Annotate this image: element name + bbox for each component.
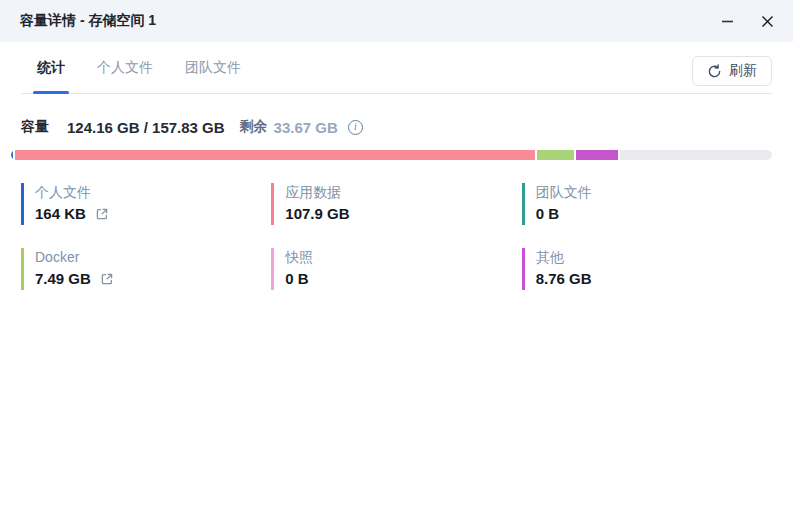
- statistics-panel: 容量 124.16 GB / 157.83 GB 剩余 33.67 GB i 个…: [0, 94, 793, 290]
- refresh-icon: [707, 64, 722, 79]
- stat-card-snapshot: 快照 0 B: [271, 248, 521, 290]
- close-icon: [761, 15, 774, 28]
- titlebar: 容量详情 - 存储空间 1: [0, 0, 793, 42]
- stat-label: 团队文件: [536, 183, 772, 201]
- stat-value: 8.76 GB: [536, 270, 592, 287]
- tab-bar: 统计 个人文件 团队文件 刷新: [0, 42, 793, 94]
- capacity-label: 容量: [21, 118, 49, 136]
- stats-grid: 个人文件 164 KB 应用数据 107.9 GB: [21, 183, 772, 290]
- remaining-label: 剩余: [240, 118, 268, 136]
- stat-label: Docker: [35, 248, 271, 266]
- remaining-value: 33.67 GB: [274, 119, 338, 136]
- tab-team-files[interactable]: 团队文件: [185, 42, 241, 94]
- capacity-usage-value: 124.16 GB / 157.83 GB: [67, 119, 225, 136]
- stat-value: 0 B: [285, 270, 308, 287]
- stat-card-team-files: 团队文件 0 B: [522, 183, 772, 225]
- usage-segment-app-data: [15, 150, 536, 160]
- close-button[interactable]: [747, 0, 787, 42]
- stat-card-docker: Docker 7.49 GB: [21, 248, 271, 290]
- tab-personal-files[interactable]: 个人文件: [97, 42, 153, 94]
- external-link-icon[interactable]: [95, 207, 109, 221]
- stat-value: 7.49 GB: [35, 270, 91, 287]
- stat-label: 其他: [536, 248, 772, 266]
- usage-segment-personal-files: [11, 150, 13, 160]
- window-title: 容量详情 - 存储空间 1: [20, 12, 156, 30]
- stat-label: 应用数据: [285, 183, 521, 201]
- usage-segment-docker: [537, 150, 573, 160]
- stat-value: 0 B: [536, 205, 559, 222]
- refresh-button[interactable]: 刷新: [692, 56, 772, 86]
- external-link-icon[interactable]: [100, 272, 114, 286]
- stat-card-personal-files: 个人文件 164 KB: [21, 183, 271, 225]
- tab-statistics[interactable]: 统计: [37, 42, 65, 94]
- info-icon[interactable]: i: [348, 120, 363, 135]
- stat-card-app-data: 应用数据 107.9 GB: [271, 183, 521, 225]
- minimize-button[interactable]: [707, 0, 747, 42]
- usage-segment-other: [576, 150, 618, 160]
- refresh-label: 刷新: [729, 62, 757, 80]
- stat-value: 107.9 GB: [285, 205, 349, 222]
- stat-label: 快照: [285, 248, 521, 266]
- stat-label: 个人文件: [35, 183, 271, 201]
- stat-value: 164 KB: [35, 205, 86, 222]
- usage-bar-free-track: [620, 150, 772, 160]
- stat-card-other: 其他 8.76 GB: [522, 248, 772, 290]
- capacity-summary-row: 容量 124.16 GB / 157.83 GB 剩余 33.67 GB i: [21, 118, 772, 136]
- minimize-icon: [721, 15, 734, 28]
- storage-usage-bar: [11, 150, 772, 160]
- capacity-details-dialog: 容量详情 - 存储空间 1 统计 个人文件 团队文件 刷新: [0, 0, 793, 508]
